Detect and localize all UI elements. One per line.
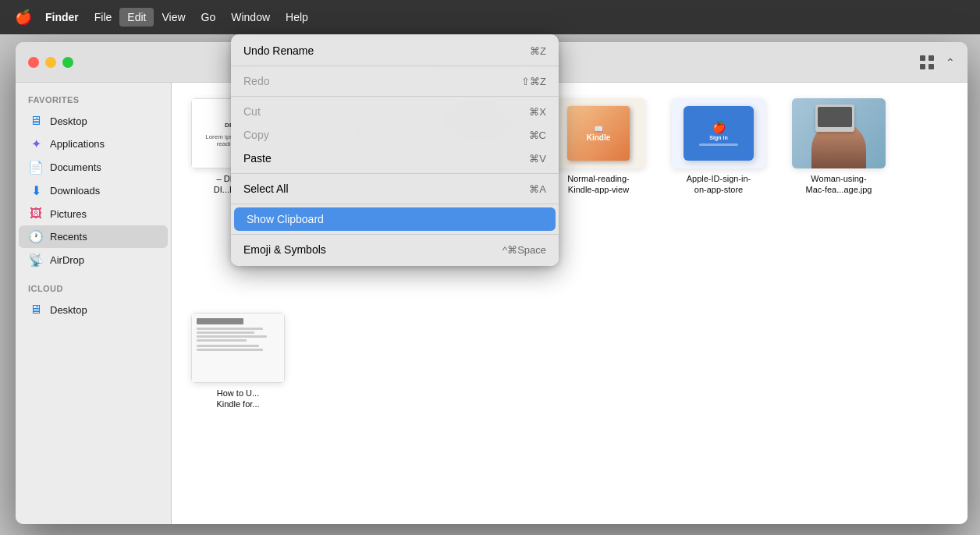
menu-item-redo[interactable]: Redo ⇧⌘Z [231,69,559,93]
menu-item-copy[interactable]: Copy ⌘C [231,123,559,147]
select-all-label: Select All [243,182,289,195]
maximize-button[interactable] [62,57,73,68]
menu-item-paste[interactable]: Paste ⌘V [231,147,559,170]
separator [231,96,559,97]
list-item[interactable]: 🍎 Sign in Apple-ID-sign-in-on-app-store [668,98,769,294]
file-label: Apple-ID-sign-in-on-app-store [687,173,751,196]
svg-rect-3 [929,64,934,69]
menu-item-emoji-symbols[interactable]: Emoji & Symbols ^⌘Space [231,238,559,261]
list-item[interactable]: Woman-using-Mac-fea...age.jpg [788,98,889,294]
emoji-symbols-label: Emoji & Symbols [243,243,326,256]
documents-icon: 📄 [28,160,44,175]
menubar-help[interactable]: Help [278,8,316,27]
separator [231,234,559,235]
menubar: 🍎 Finder File Edit View Go Window Help [0,0,980,34]
menu-item-undo-rename[interactable]: Undo Rename ⌘Z [231,39,559,62]
sidebar-item-documents-label: Documents [50,161,101,173]
separator [231,173,559,174]
sort-chevron-icon[interactable]: ⌃ [946,56,955,69]
traffic-lights [28,57,73,68]
copy-shortcut: ⌘C [529,129,546,141]
list-item[interactable]: 📖Kindle Normal-reading-Kindle-app-view [548,98,649,294]
apple-icon: 🍎 [15,9,32,26]
sidebar-item-icloud-desktop-label: Desktop [50,304,87,316]
sidebar: Favorites 🖥 Desktop ✦ Applications 📄 Doc… [16,83,172,524]
recents-icon: 🕐 [28,229,44,244]
sidebar-item-documents[interactable]: 📄 Documents [19,156,168,179]
sidebar-item-desktop[interactable]: 🖥 Desktop [19,110,168,132]
menu-item-cut[interactable]: Cut ⌘X [231,100,559,123]
title-bar-controls: ⌃ [914,50,955,75]
airdrop-icon: 📡 [28,253,44,268]
separator [231,204,559,204]
minimize-button[interactable] [45,57,56,68]
menubar-go[interactable]: Go [194,8,224,27]
file-thumbnail: 📖Kindle [552,98,645,168]
copy-label: Copy [243,129,269,141]
desktop-icon: 🖥 [28,114,44,128]
file-label: Normal-reading-Kindle-app-view [567,173,629,196]
show-clipboard-label: Show Clipboard [247,213,324,225]
menubar-file[interactable]: File [87,8,120,27]
paste-shortcut: ⌘V [529,153,546,165]
close-button[interactable] [28,57,39,68]
svg-rect-1 [929,55,934,61]
favorites-section-label: Favorites [16,92,171,109]
sidebar-item-applications[interactable]: ✦ Applications [19,133,168,155]
sidebar-item-airdrop[interactable]: 📡 AirDrop [19,249,168,271]
sidebar-item-desktop-label: Desktop [50,115,87,127]
sidebar-item-pictures[interactable]: 🖼 Pictures [19,203,168,225]
downloads-icon: ⬇ [28,183,44,198]
redo-label: Redo [243,75,269,87]
cut-label: Cut [243,105,261,118]
menubar-view[interactable]: View [154,8,193,27]
separator [231,66,559,66]
svg-rect-2 [920,64,925,69]
file-label: How to U...Kindle for... [216,388,259,410]
file-thumbnail: 🍎 Sign in [672,98,765,168]
menu-item-show-clipboard[interactable]: Show Clipboard [234,207,556,231]
sidebar-item-downloads-label: Downloads [50,185,100,197]
redo-shortcut: ⇧⌘Z [521,76,546,87]
file-thumbnail [792,98,886,168]
list-item[interactable]: How to U...Kindle for... [187,313,289,508]
icloud-desktop-icon: 🖥 [28,303,44,317]
menubar-edit[interactable]: Edit [119,8,154,27]
paste-label: Paste [243,152,272,165]
undo-rename-label: Undo Rename [243,44,314,57]
apple-menu[interactable]: 🍎 [9,9,37,26]
sidebar-item-recents-label: Recents [50,231,87,243]
sidebar-item-icloud-desktop[interactable]: 🖥 Desktop [19,299,168,321]
svg-rect-0 [920,55,925,61]
pictures-icon: 🖼 [28,207,44,221]
edit-dropdown-menu: Undo Rename ⌘Z Redo ⇧⌘Z Cut ⌘X Copy ⌘C P… [231,34,559,266]
sidebar-item-downloads[interactable]: ⬇ Downloads [19,179,168,202]
icloud-section-label: iCloud [16,281,171,298]
sidebar-item-pictures-label: Pictures [50,208,87,220]
file-thumbnail [191,313,285,383]
cut-shortcut: ⌘X [529,106,546,118]
sidebar-item-recents[interactable]: 🕐 Recents [19,225,168,248]
menubar-finder[interactable]: Finder [37,8,87,27]
menubar-window[interactable]: Window [223,8,278,27]
sidebar-item-airdrop-label: AirDrop [50,254,84,266]
emoji-symbols-shortcut: ^⌘Space [502,244,546,256]
sidebar-item-applications-label: Applications [50,138,105,150]
menu-item-select-all[interactable]: Select All ⌘A [231,177,559,200]
applications-icon: ✦ [28,136,44,151]
grid-view-icon[interactable] [914,50,939,75]
select-all-shortcut: ⌘A [529,183,546,195]
file-label: Woman-using-Mac-fea...age.jpg [806,173,872,196]
undo-rename-shortcut: ⌘Z [530,45,546,57]
